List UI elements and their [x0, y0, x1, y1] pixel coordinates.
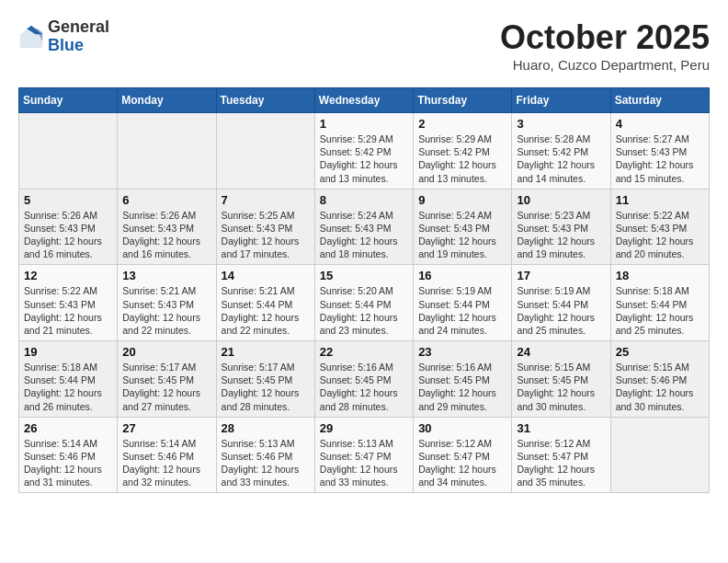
- day-info: Sunrise: 5:15 AMSunset: 5:46 PMDaylight:…: [616, 361, 704, 413]
- calendar-week-3: 12Sunrise: 5:22 AMSunset: 5:43 PMDayligh…: [19, 265, 710, 341]
- calendar-week-1: 1Sunrise: 5:29 AMSunset: 5:42 PMDaylight…: [19, 113, 710, 190]
- day-info: Sunrise: 5:16 AMSunset: 5:45 PMDaylight:…: [320, 361, 408, 413]
- calendar-cell: 30Sunrise: 5:12 AMSunset: 5:47 PMDayligh…: [414, 417, 512, 493]
- day-number: 20: [122, 345, 210, 359]
- calendar-cell: [610, 417, 709, 493]
- weekday-header-friday: Friday: [512, 88, 610, 113]
- day-number: 19: [24, 345, 112, 359]
- calendar-cell: 10Sunrise: 5:23 AMSunset: 5:43 PMDayligh…: [512, 189, 610, 265]
- day-number: 17: [517, 269, 605, 282]
- calendar-week-4: 19Sunrise: 5:18 AMSunset: 5:44 PMDayligh…: [19, 341, 710, 418]
- calendar-cell: 25Sunrise: 5:15 AMSunset: 5:46 PMDayligh…: [610, 341, 709, 418]
- day-number: 1: [320, 117, 408, 131]
- calendar-cell: 9Sunrise: 5:24 AMSunset: 5:43 PMDaylight…: [414, 189, 512, 265]
- day-number: 21: [222, 345, 310, 359]
- weekday-header-saturday: Saturday: [610, 88, 709, 113]
- page-header: General Blue October 2025 Huaro, Cuzco D…: [18, 18, 710, 73]
- day-info: Sunrise: 5:17 AMSunset: 5:45 PMDaylight:…: [122, 361, 210, 413]
- day-number: 18: [616, 269, 704, 282]
- location-subtitle: Huaro, Cuzco Department, Peru: [500, 57, 710, 73]
- month-title: October 2025: [500, 18, 710, 57]
- calendar-cell: 13Sunrise: 5:21 AMSunset: 5:43 PMDayligh…: [118, 265, 216, 341]
- weekday-header-thursday: Thursday: [414, 88, 512, 113]
- day-info: Sunrise: 5:18 AMSunset: 5:44 PMDaylight:…: [616, 284, 704, 337]
- calendar-cell: 23Sunrise: 5:16 AMSunset: 5:45 PMDayligh…: [414, 341, 512, 418]
- weekday-header-sunday: Sunday: [19, 88, 118, 113]
- day-info: Sunrise: 5:21 AMSunset: 5:43 PMDaylight:…: [122, 284, 210, 337]
- day-info: Sunrise: 5:14 AMSunset: 5:46 PMDaylight:…: [122, 437, 210, 489]
- calendar-cell: 14Sunrise: 5:21 AMSunset: 5:44 PMDayligh…: [216, 265, 314, 341]
- calendar-cell: [216, 113, 314, 190]
- calendar-cell: 12Sunrise: 5:22 AMSunset: 5:43 PMDayligh…: [19, 265, 118, 341]
- day-info: Sunrise: 5:20 AMSunset: 5:44 PMDaylight:…: [320, 284, 408, 337]
- day-info: Sunrise: 5:29 AMSunset: 5:42 PMDaylight:…: [418, 132, 506, 185]
- calendar-cell: 16Sunrise: 5:19 AMSunset: 5:44 PMDayligh…: [414, 265, 512, 341]
- day-number: 7: [222, 193, 310, 207]
- day-number: 13: [122, 269, 210, 282]
- logo-icon: [18, 24, 44, 50]
- calendar-cell: 15Sunrise: 5:20 AMSunset: 5:44 PMDayligh…: [314, 265, 413, 341]
- day-info: Sunrise: 5:13 AMSunset: 5:46 PMDaylight:…: [222, 437, 310, 489]
- day-number: 6: [122, 193, 210, 207]
- day-info: Sunrise: 5:13 AMSunset: 5:47 PMDaylight:…: [320, 437, 408, 489]
- day-number: 23: [418, 345, 506, 359]
- calendar-cell: 5Sunrise: 5:26 AMSunset: 5:43 PMDaylight…: [19, 189, 118, 265]
- calendar-cell: [118, 113, 216, 190]
- calendar-cell: 24Sunrise: 5:15 AMSunset: 5:45 PMDayligh…: [512, 341, 610, 418]
- day-info: Sunrise: 5:17 AMSunset: 5:45 PMDaylight:…: [222, 361, 310, 413]
- day-info: Sunrise: 5:24 AMSunset: 5:43 PMDaylight:…: [418, 209, 506, 261]
- calendar-cell: 2Sunrise: 5:29 AMSunset: 5:42 PMDaylight…: [414, 113, 512, 190]
- day-number: 25: [616, 345, 704, 359]
- calendar-cell: 21Sunrise: 5:17 AMSunset: 5:45 PMDayligh…: [216, 341, 314, 418]
- day-number: 26: [24, 421, 112, 435]
- calendar-header: SundayMondayTuesdayWednesdayThursdayFrid…: [19, 88, 710, 113]
- day-info: Sunrise: 5:19 AMSunset: 5:44 PMDaylight:…: [517, 284, 605, 337]
- day-number: 24: [517, 345, 605, 359]
- calendar-cell: 11Sunrise: 5:22 AMSunset: 5:43 PMDayligh…: [610, 189, 709, 265]
- calendar-cell: 22Sunrise: 5:16 AMSunset: 5:45 PMDayligh…: [314, 341, 413, 418]
- day-info: Sunrise: 5:22 AMSunset: 5:43 PMDaylight:…: [24, 284, 112, 337]
- day-number: 12: [24, 269, 112, 282]
- calendar-week-5: 26Sunrise: 5:14 AMSunset: 5:46 PMDayligh…: [19, 417, 710, 493]
- day-number: 15: [320, 269, 408, 282]
- day-number: 30: [418, 421, 506, 435]
- day-number: 22: [320, 345, 408, 359]
- logo-general-text: General: [48, 17, 109, 36]
- day-info: Sunrise: 5:19 AMSunset: 5:44 PMDaylight:…: [418, 284, 506, 337]
- calendar-cell: 17Sunrise: 5:19 AMSunset: 5:44 PMDayligh…: [512, 265, 610, 341]
- calendar-cell: 28Sunrise: 5:13 AMSunset: 5:46 PMDayligh…: [216, 417, 314, 493]
- day-info: Sunrise: 5:23 AMSunset: 5:43 PMDaylight:…: [517, 209, 605, 261]
- day-info: Sunrise: 5:24 AMSunset: 5:43 PMDaylight:…: [320, 209, 408, 261]
- calendar-cell: 1Sunrise: 5:29 AMSunset: 5:42 PMDaylight…: [314, 113, 413, 190]
- weekday-header-monday: Monday: [118, 88, 216, 113]
- calendar-cell: 20Sunrise: 5:17 AMSunset: 5:45 PMDayligh…: [118, 341, 216, 418]
- logo-blue-text: Blue: [48, 36, 84, 54]
- day-info: Sunrise: 5:12 AMSunset: 5:47 PMDaylight:…: [418, 437, 506, 489]
- calendar-cell: 6Sunrise: 5:26 AMSunset: 5:43 PMDaylight…: [118, 189, 216, 265]
- calendar-cell: 26Sunrise: 5:14 AMSunset: 5:46 PMDayligh…: [19, 417, 118, 493]
- day-number: 27: [122, 421, 210, 435]
- day-info: Sunrise: 5:26 AMSunset: 5:43 PMDaylight:…: [24, 209, 112, 261]
- logo: General Blue: [18, 18, 109, 55]
- day-info: Sunrise: 5:21 AMSunset: 5:44 PMDaylight:…: [222, 284, 310, 337]
- day-number: 2: [418, 117, 506, 131]
- day-number: 9: [418, 193, 506, 207]
- weekday-header-wednesday: Wednesday: [314, 88, 413, 113]
- calendar-body: 1Sunrise: 5:29 AMSunset: 5:42 PMDaylight…: [19, 113, 710, 493]
- calendar-cell: 18Sunrise: 5:18 AMSunset: 5:44 PMDayligh…: [610, 265, 709, 341]
- day-info: Sunrise: 5:12 AMSunset: 5:47 PMDaylight:…: [517, 437, 605, 489]
- day-number: 4: [616, 117, 704, 131]
- calendar-cell: 3Sunrise: 5:28 AMSunset: 5:42 PMDaylight…: [512, 113, 610, 190]
- weekday-header-tuesday: Tuesday: [216, 88, 314, 113]
- day-number: 28: [222, 421, 310, 435]
- day-info: Sunrise: 5:15 AMSunset: 5:45 PMDaylight:…: [517, 361, 605, 413]
- day-number: 16: [418, 269, 506, 282]
- calendar-cell: 31Sunrise: 5:12 AMSunset: 5:47 PMDayligh…: [512, 417, 610, 493]
- calendar-table: SundayMondayTuesdayWednesdayThursdayFrid…: [18, 87, 710, 493]
- weekday-header-row: SundayMondayTuesdayWednesdayThursdayFrid…: [19, 88, 710, 113]
- day-number: 3: [517, 117, 605, 131]
- calendar-cell: 7Sunrise: 5:25 AMSunset: 5:43 PMDaylight…: [216, 189, 314, 265]
- day-info: Sunrise: 5:27 AMSunset: 5:43 PMDaylight:…: [616, 132, 704, 185]
- day-number: 5: [24, 193, 112, 207]
- calendar-cell: 29Sunrise: 5:13 AMSunset: 5:47 PMDayligh…: [314, 417, 413, 493]
